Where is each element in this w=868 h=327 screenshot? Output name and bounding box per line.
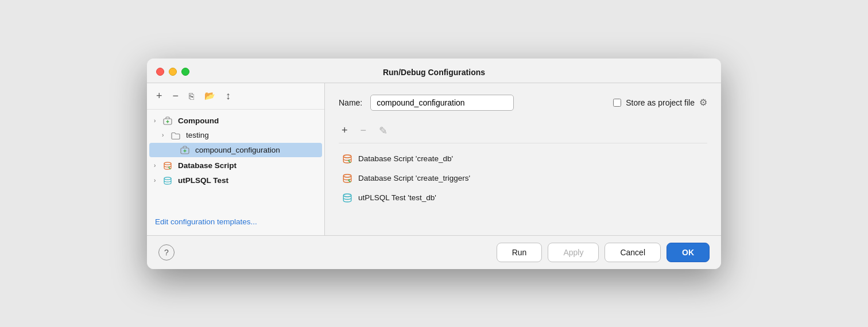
config-tree: › Compound › [147,110,324,211]
chevron-icon: › [154,177,161,184]
remove-item-button[interactable]: − [358,123,370,138]
name-input[interactable] [370,95,514,111]
utplsql-item-icon [342,193,352,203]
db-script-icon [163,160,175,170]
svg-point-5 [343,174,351,177]
utplsql-icon [163,176,175,185]
help-button[interactable]: ? [158,244,175,260]
sort-button[interactable]: ↕ [223,89,233,103]
sidebar-item-compound-config[interactable]: compound_configuration [149,143,322,157]
maximize-button[interactable] [181,68,189,76]
store-project-checkbox[interactable] [613,99,621,107]
new-folder-button[interactable]: 📂 [202,89,218,102]
sidebar-item-db-script-label: Database Script [178,161,237,170]
svg-point-3 [164,177,171,180]
copy-config-button[interactable]: ⎘ [187,90,196,102]
ok-button[interactable]: OK [666,243,710,262]
svg-point-4 [343,155,351,158]
name-label: Name: [339,98,362,107]
sidebar-item-compound-label: Compound [178,116,219,125]
run-debug-dialog: Run/Debug Configurations + − ⎘ 📂 ↕ › [147,59,721,269]
sidebar-item-testing-label: testing [186,131,209,139]
store-project-container: Store as project file ⚙ [613,97,707,108]
chevron-icon: › [154,118,161,124]
left-toolbar: + − ⎘ 📂 ↕ [147,83,324,110]
compound-config-icon [180,145,192,155]
action-buttons: Run Apply Cancel OK [497,243,710,262]
svg-point-6 [343,194,351,197]
config-list: Database Script 'create_db' Database Scr… [339,143,707,235]
main-content: + − ⎘ 📂 ↕ › Co [147,83,721,235]
minimize-button[interactable] [169,68,177,76]
title-bar: Run/Debug Configurations [147,59,721,83]
right-panel: Name: Store as project file ⚙ + − ✎ [325,83,721,235]
cancel-button[interactable]: Cancel [604,243,661,262]
list-item-label: Database Script 'create_triggers' [358,174,470,182]
chevron-icon: › [154,162,161,169]
list-item[interactable]: Database Script 'create_db' [339,149,707,169]
dialog-title: Run/Debug Configurations [383,68,485,77]
db-script-icon [342,154,352,164]
svg-point-2 [164,162,171,164]
list-item[interactable]: Database Script 'create_triggers' [339,169,707,188]
sidebar-item-db-script[interactable]: › Database Script [149,158,322,172]
run-button[interactable]: Run [497,243,542,262]
list-item-label: utPLSQL Test 'test_db' [358,193,436,202]
remove-config-button[interactable]: − [170,89,181,103]
bottom-bar: ? Run Apply Cancel OK [147,235,721,269]
list-item-label: Database Script 'create_db' [358,154,453,163]
chevron-icon: › [162,132,169,138]
edit-item-button[interactable]: ✎ [376,123,390,138]
close-button[interactable] [156,68,164,76]
edit-templates-link[interactable]: Edit configuration templates... [147,211,324,235]
add-item-button[interactable]: + [339,123,351,138]
left-panel: + − ⎘ 📂 ↕ › Co [147,83,325,235]
apply-button[interactable]: Apply [548,243,599,262]
db-script-icon [342,173,352,184]
sidebar-item-utplsql[interactable]: › utPLSQL Test [149,173,322,188]
config-toolbar: + − ✎ [339,120,707,143]
list-item[interactable]: utPLSQL Test 'test_db' [339,188,707,208]
compound-icon [163,116,175,126]
name-row: Name: Store as project file ⚙ [339,95,707,111]
folder-icon [171,131,183,140]
add-config-button[interactable]: + [154,89,165,103]
store-project-label: Store as project file [626,98,695,107]
sidebar-item-testing[interactable]: › testing [149,129,322,142]
gear-icon[interactable]: ⚙ [699,97,707,108]
sidebar-item-compound-config-label: compound_configuration [195,146,280,154]
traffic-lights [156,68,189,76]
sidebar-item-utplsql-label: utPLSQL Test [178,176,228,185]
sidebar-item-compound[interactable]: › Compound [149,114,322,128]
